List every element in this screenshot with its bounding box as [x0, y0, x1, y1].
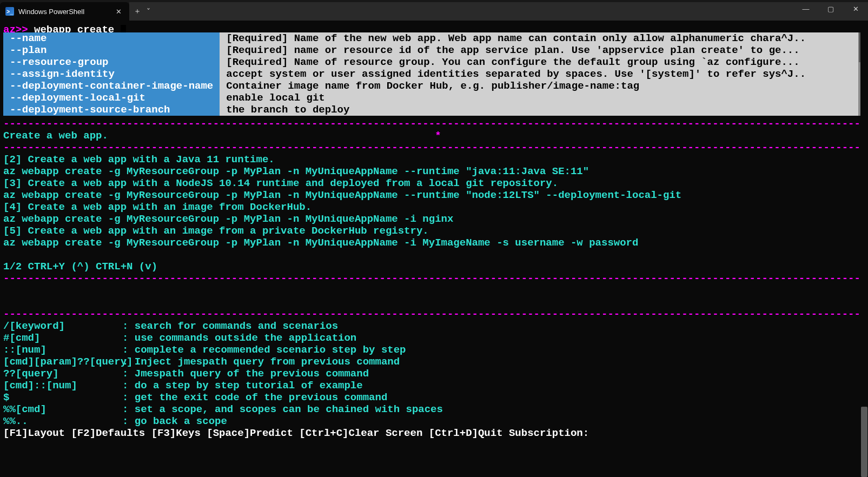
help-desc: : get the exit code of the previous comm… — [122, 392, 387, 403]
help-key: ??[query] — [3, 368, 122, 380]
example-line: [3] Create a web app with a NodeJS 10.14… — [3, 177, 865, 189]
divider: ----------------------------------------… — [0, 118, 868, 130]
flag-description: Container image name from Docker Hub, e.… — [220, 80, 865, 92]
help-key: ::[num] — [3, 344, 122, 356]
section-title-line: Create a web app. * — [0, 130, 868, 142]
example-line: az webapp create -g MyResourceGroup -p M… — [3, 165, 865, 177]
flag-description: [Required] name or resource id of the ap… — [220, 44, 865, 56]
example-line: [2] Create a web app with a Java 11 runt… — [3, 154, 865, 165]
tab-strip: ＋ ˅ — [129, 2, 868, 21]
help-cheatsheet: /[keyword]: search for commands and scen… — [0, 320, 868, 427]
flag-option[interactable]: --deployment-local-git — [3, 92, 220, 104]
help-row: %%..: go back a scope — [3, 415, 865, 427]
flag-option[interactable]: --deployment-container-image-name — [3, 80, 220, 92]
flag-option[interactable]: --plan — [3, 44, 220, 56]
titlebar: >_ Windows PowerShell ✕ ＋ ˅ — ▢ ✕ — [0, 0, 868, 21]
autocomplete-flags[interactable]: --name --plan --resource-group --assign-… — [3, 32, 220, 116]
terminal[interactable]: az>> webapp create --name --plan --resou… — [0, 21, 868, 439]
flag-option[interactable]: --assign-identity — [3, 68, 220, 80]
example-line: az webapp create -g MyResourceGroup -p M… — [3, 237, 865, 249]
help-desc: : use commands outside the application — [122, 332, 356, 344]
flag-description: [Required] Name of resource group. You c… — [220, 56, 865, 68]
divider: ----------------------------------------… — [0, 308, 868, 320]
help-desc: : complete a recommended scenario step b… — [122, 344, 406, 356]
help-row: /[keyword]: search for commands and scen… — [3, 320, 865, 332]
tab-title: Windows PowerShell — [18, 8, 84, 16]
help-key: /[keyword] — [3, 320, 122, 332]
flag-description: enable local git — [220, 92, 865, 104]
prompt-line[interactable]: az>> webapp create — [0, 21, 868, 32]
close-window-button[interactable]: ✕ — [843, 0, 868, 17]
help-row: $: get the exit code of the previous com… — [3, 392, 865, 403]
minimize-button[interactable]: — — [793, 0, 818, 17]
help-key: [cmd]::[num] — [3, 380, 122, 392]
autocomplete-popup[interactable]: --name --plan --resource-group --assign-… — [3, 32, 865, 116]
help-row: [cmd]::[num]: do a step by step tutorial… — [3, 380, 865, 392]
example-line: [4] Create a web app with an image from … — [3, 201, 865, 213]
flag-description: [Required] Name of the new web app. Web … — [220, 32, 865, 44]
help-desc: : do a step by step tutorial of example — [122, 380, 363, 392]
maximize-button[interactable]: ▢ — [818, 0, 843, 17]
help-desc: : set a scope, and scopes can be chained… — [122, 403, 443, 415]
star-icon: * — [435, 130, 441, 142]
help-row: [cmd][param]??[query]: Inject jmespath q… — [3, 356, 865, 368]
section-title: Create a web app. — [3, 130, 108, 142]
help-key: [cmd][param]??[query] — [3, 356, 122, 368]
help-key: %%[cmd] — [3, 403, 122, 415]
scrollbar-thumb[interactable] — [861, 407, 867, 477]
flag-option[interactable]: --name — [3, 32, 220, 44]
help-desc: : go back a scope — [122, 415, 227, 427]
help-row: %%[cmd]: set a scope, and scopes can be … — [3, 403, 865, 415]
example-line: az webapp create -g MyResourceGroup -p M… — [3, 189, 865, 201]
terminal-scrollbar[interactable] — [860, 21, 868, 477]
example-line: [5] Create a web app with an image from … — [3, 225, 865, 237]
help-desc: : Inject jmespath query from previous co… — [122, 356, 400, 368]
examples: [2] Create a web app with a Java 11 runt… — [0, 154, 868, 249]
help-desc: : Jmespath query of the previous command — [122, 368, 369, 380]
example-line: az webapp create -g MyResourceGroup -p M… — [3, 213, 865, 225]
new-tab-button[interactable]: ＋ — [134, 6, 141, 16]
help-desc: : search for commands and scenarios — [122, 320, 338, 332]
flag-description: the branch to deploy — [220, 104, 865, 116]
divider: ----------------------------------------… — [0, 273, 868, 284]
help-key: $ — [3, 392, 122, 403]
tab-powershell[interactable]: >_ Windows PowerShell ✕ — [0, 2, 129, 21]
flag-option[interactable]: --deployment-source-branch — [3, 104, 220, 116]
help-key: #[cmd] — [3, 332, 122, 344]
flag-option[interactable]: --resource-group — [3, 56, 220, 68]
help-row: ::[num]: complete a recommended scenario… — [3, 344, 865, 356]
help-row: ??[query]: Jmespath query of the previou… — [3, 368, 865, 380]
close-tab-icon[interactable]: ✕ — [116, 8, 122, 16]
autocomplete-descriptions: [Required] Name of the new web app. Web … — [220, 32, 865, 116]
window-controls: — ▢ ✕ — [793, 0, 868, 17]
tab-dropdown-icon[interactable]: ˅ — [147, 7, 150, 16]
divider: ----------------------------------------… — [0, 142, 868, 154]
help-row: #[cmd]: use commands outside the applica… — [3, 332, 865, 344]
help-key: %%.. — [3, 415, 122, 427]
powershell-icon: >_ — [5, 7, 14, 16]
footer-hotkeys: [F1]Layout [F2]Defaults [F3]Keys [Space]… — [0, 427, 868, 439]
flag-description: accept system or user assigned identitie… — [220, 68, 865, 80]
pager-hint: 1/2 CTRL+Y (^) CTRL+N (v) — [0, 261, 868, 273]
